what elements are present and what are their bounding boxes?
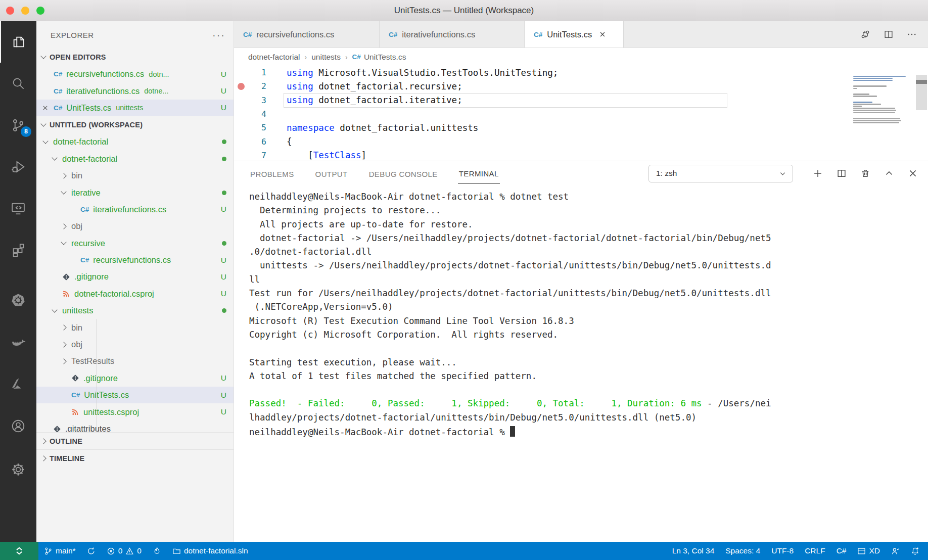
more-actions-icon[interactable] — [907, 29, 917, 39]
sync-status[interactable] — [81, 542, 101, 560]
split-editor-icon[interactable] — [884, 29, 894, 39]
chevron-down-icon — [53, 158, 62, 160]
tree-item[interactable]: unittests — [36, 302, 234, 319]
new-terminal-icon[interactable] — [813, 168, 823, 178]
notifications-status[interactable] — [905, 542, 925, 560]
tree-item[interactable]: recursive — [36, 235, 234, 252]
breadcrumb-item[interactable]: UnitTests.cs — [364, 53, 406, 62]
terminal-line: Microsoft (R) Test Execution Command Lin… — [249, 316, 928, 330]
panel-tab-output[interactable]: OUTPUT — [314, 163, 349, 184]
breadcrumb-item[interactable]: unittests — [311, 53, 341, 62]
activity-azure[interactable] — [0, 363, 36, 404]
panel-tab-terminal[interactable]: TERMINAL — [458, 163, 500, 184]
terminal-line — [249, 343, 928, 357]
open-editor-item[interactable]: C#iterativefunctions.csdotne...U — [36, 82, 234, 99]
activity-remote-explorer[interactable] — [0, 188, 36, 229]
activity-kubernetes[interactable] — [0, 279, 36, 321]
remote-indicator[interactable] — [0, 542, 38, 560]
workspace-section-header[interactable]: UNTITLED (WORKSPACE) — [36, 116, 234, 133]
editor-tabs: C#recursivefunctions.csC#iterativefuncti… — [234, 21, 624, 48]
minimap-gap — [851, 90, 914, 93]
code-editor[interactable]: 1using Microsoft.VisualStudio.TestTools.… — [234, 66, 928, 161]
activity-source-control[interactable]: 8 — [0, 104, 36, 146]
minimap-line — [853, 96, 877, 97]
open-editors-section-header[interactable]: OPEN EDITORS — [36, 49, 234, 66]
git-branch-status[interactable]: main* — [38, 542, 81, 560]
tree-item[interactable]: bin — [36, 319, 234, 336]
tree-item[interactable]: obj — [36, 336, 234, 353]
activity-run-debug[interactable] — [0, 146, 36, 188]
activity-extensions[interactable] — [0, 229, 36, 270]
tree-item[interactable]: obj — [36, 218, 234, 235]
code-line-text: [TestClass] — [284, 148, 369, 161]
minimap-gap — [851, 98, 914, 101]
terminal-line: Determining projects to restore... — [249, 205, 928, 219]
split-terminal-icon[interactable] — [837, 168, 847, 178]
breadcrumb-item[interactable]: dotnet-factorial — [248, 53, 300, 62]
cursor-position-status[interactable]: Ln 3, Col 34 — [667, 542, 720, 560]
panel-tab-problems[interactable]: PROBLEMS — [249, 163, 295, 184]
open-editor-item[interactable]: C#UnitTests.csunittestsU — [36, 100, 234, 116]
tree-item[interactable]: unittests.csprojU — [36, 403, 234, 420]
code-line: 7 [TestClass] — [234, 149, 928, 161]
tree-item[interactable]: .gitignoreU — [36, 370, 234, 387]
tree-item[interactable]: .gitignoreU — [36, 268, 234, 285]
eol-status[interactable]: CRLF — [799, 542, 830, 560]
maximize-panel-icon[interactable] — [884, 168, 894, 178]
xd-status[interactable]: XD — [852, 542, 886, 560]
outline-section-header[interactable]: OUTLINE — [36, 432, 234, 449]
terminal-shell-select[interactable]: 1: zsh — [648, 165, 793, 182]
close-tab-icon[interactable] — [599, 31, 606, 38]
indentation-status[interactable]: Spaces: 4 — [720, 542, 766, 560]
minimap[interactable] — [851, 75, 914, 124]
sidebar-more-actions-button[interactable]: ··· — [212, 29, 225, 41]
chevron-down-icon — [62, 242, 71, 244]
tree-item[interactable]: dotnet-factorial.csprojU — [36, 286, 234, 302]
editor-tab[interactable]: C#UnitTests.cs — [525, 21, 624, 48]
modified-dot-badge — [222, 139, 226, 144]
activity-explorer[interactable] — [0, 21, 36, 63]
language-mode-status[interactable]: C# — [831, 542, 852, 560]
tree-item[interactable]: .gitattributes — [36, 421, 234, 432]
tree-item[interactable]: bin — [36, 167, 234, 184]
activity-settings[interactable] — [0, 448, 36, 491]
editor-tab[interactable]: C#iterativefunctions.cs — [380, 21, 525, 48]
activity-accounts[interactable] — [0, 404, 36, 448]
flame-status[interactable] — [147, 542, 167, 560]
activity-search[interactable] — [0, 63, 36, 104]
tree-item-label: dotnet-factorial.csproj — [74, 289, 154, 299]
activity-docker[interactable] — [0, 321, 36, 363]
kill-terminal-icon[interactable] — [860, 168, 870, 178]
panel-tabs: PROBLEMSOUTPUTDEBUG CONSOLETERMINAL — [249, 163, 519, 184]
editor-tab[interactable]: C#recursivefunctions.cs — [234, 21, 380, 48]
terminal-line: (.NETCoreApp,Version=v5.0) — [249, 302, 928, 315]
terminal-line: lhaddley/projects/dotnet-factorial/unitt… — [249, 412, 928, 426]
panel-tab-debug-console[interactable]: DEBUG CONSOLE — [368, 163, 439, 184]
tree-item[interactable]: iterative — [36, 184, 234, 201]
tree-item[interactable]: C#UnitTests.csU — [36, 387, 234, 403]
open-changes-icon[interactable] — [860, 29, 870, 39]
minimap-gap — [851, 114, 914, 117]
kubernetes-icon — [11, 293, 26, 308]
flame-icon — [153, 547, 161, 555]
solution-status[interactable]: dotnet-factorial.sln — [167, 542, 254, 560]
sidebar-title: EXPLORER — [51, 31, 94, 39]
timeline-section-header[interactable]: TIMELINE — [36, 449, 234, 466]
problems-status[interactable]: 0 0 — [101, 542, 147, 560]
tree-item[interactable]: C#iterativefunctions.csU — [36, 201, 234, 218]
terminal-output[interactable]: neilhaddley@Neils-MacBook-Air dotnet-fac… — [234, 185, 928, 542]
tree-item[interactable]: dotnet-factorial — [36, 151, 234, 167]
breakpoint-dot[interactable] — [234, 83, 248, 90]
feedback-status[interactable] — [886, 542, 905, 560]
tree-item[interactable]: TestResults — [36, 353, 234, 369]
close-editor-icon[interactable] — [36, 105, 54, 111]
folder-icon — [172, 547, 181, 555]
close-panel-icon[interactable] — [908, 168, 918, 178]
editor-scrollbar[interactable] — [916, 75, 927, 110]
tree-item[interactable]: dotnet-factorial — [36, 133, 234, 150]
remote-corner-icon — [14, 546, 24, 556]
chevron-right-icon — [62, 343, 71, 347]
encoding-status[interactable]: UTF-8 — [766, 542, 799, 560]
tree-item[interactable]: C#recursivefunctions.csU — [36, 252, 234, 268]
open-editor-item[interactable]: C#recursivefunctions.csdotn...U — [36, 66, 234, 82]
